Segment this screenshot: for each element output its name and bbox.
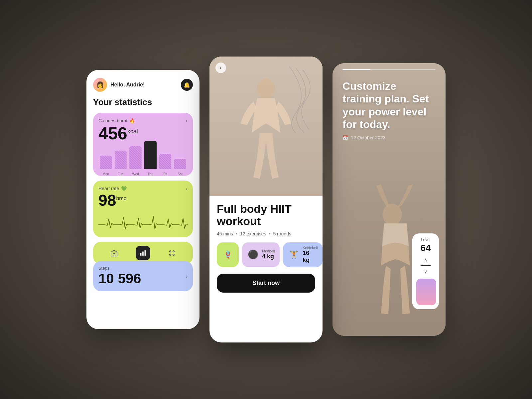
- svg-point-5: [173, 251, 174, 252]
- level-card: Level 64 ∧ ∨: [412, 233, 439, 309]
- workout-exercises: 12 exercises: [240, 231, 266, 236]
- calories-unit: kcal: [127, 128, 138, 135]
- bar-mon: [100, 156, 112, 169]
- steps-label: Steps: [98, 266, 141, 271]
- bar-fri: [159, 154, 172, 169]
- bar-label-mon: Mon: [103, 172, 109, 176]
- calories-header: Calories burnt 🔥 ›: [98, 118, 188, 123]
- calories-chevron-icon[interactable]: ›: [186, 118, 188, 123]
- workout-rounds: 5 rounds: [273, 231, 291, 236]
- separator-2: •: [269, 231, 271, 236]
- back-button[interactable]: ‹: [215, 63, 226, 73]
- jumprope-icon: 🪢: [221, 248, 234, 261]
- kettlebell-info: Kettlebell 16 kg: [303, 246, 318, 264]
- equipment-medball: ⚫ Medball 4 kg: [242, 242, 280, 267]
- workout-meta: 45 mins • 12 exercises • 5 rounds: [217, 231, 315, 236]
- heart-label: Heart rate: [98, 186, 119, 191]
- phone-training: Customize training plan. Set your power …: [332, 63, 446, 336]
- bar-label-tue: Tue: [118, 172, 124, 176]
- steps-chevron-icon[interactable]: ›: [186, 274, 188, 279]
- notification-bell-icon[interactable]: 🔔: [181, 79, 193, 91]
- phone1-header: 👩 Hello, Audrie! 🔔: [93, 78, 193, 92]
- avatar: 👩: [93, 78, 107, 92]
- workout-image: [209, 57, 323, 196]
- bar-sat: [174, 159, 186, 169]
- steps-info: Steps 10 596: [98, 266, 141, 287]
- level-up-button[interactable]: ∧: [416, 256, 435, 263]
- nav-grid-icon[interactable]: [165, 246, 179, 260]
- heart-value: 98bmp: [98, 193, 188, 208]
- svg-point-8: [257, 79, 275, 99]
- level-gradient-block: [416, 279, 436, 305]
- workout-image-area: ‹: [209, 57, 323, 196]
- svg-point-7: [173, 254, 174, 255]
- calories-card: Calories burnt 🔥 › 456kcal Mon Tue: [93, 113, 193, 176]
- heart-unit: bmp: [116, 196, 126, 201]
- svg-point-4: [170, 251, 171, 252]
- chart-col-mon: Mon: [100, 156, 112, 176]
- bar-tue: [115, 151, 127, 169]
- start-now-button[interactable]: Start now: [217, 274, 315, 293]
- chart-col-tue: Tue: [115, 151, 127, 176]
- chart-col-fri: Fri: [159, 154, 172, 176]
- medball-info: Medball 4 kg: [262, 249, 275, 260]
- level-down-button[interactable]: ∨: [416, 268, 435, 275]
- svg-rect-3: [145, 250, 146, 256]
- user-info: 👩 Hello, Audrie!: [93, 78, 145, 92]
- svg-rect-2: [142, 251, 144, 256]
- heart-label-row: Heart rate 💚: [98, 186, 127, 191]
- medball-weight: 4 kg: [262, 253, 275, 260]
- kettlebell-icon: 🏋: [288, 248, 300, 261]
- level-arrows: ∧ ∨: [416, 256, 435, 275]
- bar-label-wed: Wed: [132, 172, 139, 176]
- bar-thu: [144, 141, 157, 169]
- training-title: Customize training plan. Set your power …: [342, 80, 436, 131]
- chart-col-wed: Wed: [129, 146, 142, 176]
- calories-label: Calories burnt: [98, 118, 127, 123]
- steps-card: Steps 10 596 ›: [93, 261, 193, 291]
- progress-bar: [342, 69, 436, 70]
- level-divider: [421, 265, 431, 266]
- training-background: Customize training plan. Set your power …: [332, 63, 446, 336]
- steps-value: 10 596: [98, 271, 141, 287]
- svg-rect-0: [113, 253, 115, 256]
- separator-1: •: [236, 231, 237, 236]
- flame-icon: 🔥: [129, 118, 135, 123]
- heart-header: Heart rate 💚 ›: [98, 186, 188, 191]
- kettlebell-name: Kettlebell: [303, 246, 318, 250]
- calories-chart: Mon Tue Wed Thu Fri: [98, 146, 188, 176]
- bar-label-sat: Sat: [178, 172, 183, 176]
- medball-name: Medball: [262, 249, 275, 253]
- bar-wed: [129, 146, 142, 169]
- workout-title: Full body HIIT workout: [217, 203, 315, 228]
- calories-label-row: Calories burnt 🔥: [98, 118, 135, 123]
- svg-point-9: [383, 204, 402, 225]
- phone-statistics: 👩 Hello, Audrie! 🔔 Your statistics Calor…: [86, 70, 200, 329]
- ecg-chart: [98, 212, 188, 232]
- stats-title: Your statistics: [93, 97, 193, 107]
- svg-point-6: [170, 254, 171, 255]
- level-value: 64: [416, 243, 435, 253]
- heart-chevron-icon[interactable]: ›: [186, 186, 188, 191]
- calories-value: 456kcal: [98, 125, 188, 142]
- training-text-overlay: Customize training plan. Set your power …: [342, 80, 436, 140]
- chart-col-sat: Sat: [174, 159, 186, 176]
- calendar-icon: 📅: [342, 135, 348, 140]
- phone-workout: ‹ Full body HIIT workout 45 mins • 12 ex…: [209, 57, 323, 342]
- workout-info: Full body HIIT workout 45 mins • 12 exer…: [209, 196, 323, 342]
- training-date: 12 October 2023: [351, 135, 385, 140]
- svg-rect-1: [140, 253, 142, 256]
- equipment-kettlebell: 🏋 Kettlebell 16 kg: [283, 242, 323, 267]
- nav-stats-icon[interactable]: [136, 246, 150, 260]
- progress-fill: [342, 69, 370, 70]
- workout-duration: 45 mins: [217, 231, 233, 236]
- bar-label-thu: Thu: [148, 172, 153, 176]
- nav-home-icon[interactable]: [107, 246, 121, 260]
- bar-label-fri: Fri: [163, 172, 167, 176]
- training-date-row: 📅 12 October 2023: [342, 135, 436, 140]
- heart-rate-card: Heart rate 💚 › 98bmp: [93, 181, 193, 237]
- medball-icon: ⚫: [247, 248, 259, 261]
- heart-icon: 💚: [121, 186, 127, 191]
- level-label: Level: [416, 237, 435, 242]
- athlete-silhouette: [233, 70, 299, 196]
